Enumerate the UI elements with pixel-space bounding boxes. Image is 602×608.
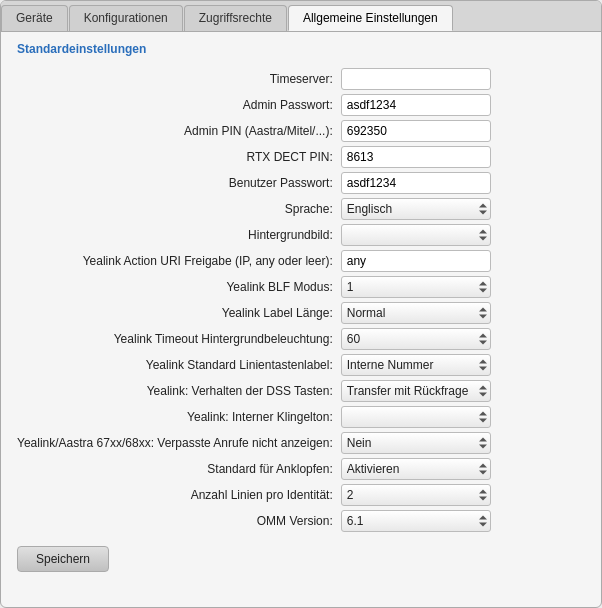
form-row-rtx_dect_pin: RTX DECT PIN: [17, 144, 585, 170]
tab-konfigurationen[interactable]: Konfigurationen [69, 5, 183, 31]
select-yealink_linientastenlabel[interactable]: Interne NummerName [341, 354, 491, 376]
form-row-yealink_verpasste_anrufe: Yealink/Aastra 67xx/68xx: Verpasste Anru… [17, 430, 585, 456]
tab-allgemeine[interactable]: Allgemeine Einstellungen [288, 5, 453, 31]
form-row-yealink_label_laenge: Yealink Label Länge:NormalKurzLang [17, 300, 585, 326]
label-benutzer_passwort: Benutzer Passwort: [17, 170, 341, 196]
label-anklopfen: Standard für Anklopfen: [17, 456, 341, 482]
select-wrapper-sprache: EnglischDeutschFranzösisch [341, 198, 491, 220]
label-admin_pin: Admin PIN (Aastra/Mitel/...): [17, 118, 341, 144]
field-yealink_label_laenge: NormalKurzLang [341, 300, 585, 326]
select-yealink_dss_tasten[interactable]: Transfer mit RückfrageDirekttransfer [341, 380, 491, 402]
form-row-sprache: Sprache:EnglischDeutschFranzösisch [17, 196, 585, 222]
form-row-yealink_blf_modus: Yealink BLF Modus:123 [17, 274, 585, 300]
field-admin_pin [341, 118, 585, 144]
select-anzahl_linien[interactable]: 1234 [341, 484, 491, 506]
select-wrapper-yealink_blf_modus: 123 [341, 276, 491, 298]
input-rtx_dect_pin[interactable] [341, 146, 491, 168]
save-button[interactable]: Speichern [17, 546, 109, 572]
input-timeserver[interactable] [341, 68, 491, 90]
field-anzahl_linien: 1234 [341, 482, 585, 508]
label-yealink_dss_tasten: Yealink: Verhalten der DSS Tasten: [17, 378, 341, 404]
form-row-timeserver: Timeserver: [17, 66, 585, 92]
select-hintergrundbild[interactable] [341, 224, 491, 246]
label-admin_passwort: Admin Passwort: [17, 92, 341, 118]
form-row-yealink_klingelton: Yealink: Interner Klingelton: [17, 404, 585, 430]
select-wrapper-yealink_linientastenlabel: Interne NummerName [341, 354, 491, 376]
field-benutzer_passwort [341, 170, 585, 196]
form-row-yealink_linientastenlabel: Yealink Standard Linientastenlabel:Inter… [17, 352, 585, 378]
field-yealink_blf_modus: 123 [341, 274, 585, 300]
form-row-benutzer_passwort: Benutzer Passwort: [17, 170, 585, 196]
field-yealink_dss_tasten: Transfer mit RückfrageDirekttransfer [341, 378, 585, 404]
form-row-admin_pin: Admin PIN (Aastra/Mitel/...): [17, 118, 585, 144]
form-row-yealink_timeout: Yealink Timeout Hintergrundbeleuchtung:3… [17, 326, 585, 352]
field-yealink_verpasste_anrufe: NeinJa [341, 430, 585, 456]
form-row-admin_passwort: Admin Passwort: [17, 92, 585, 118]
select-wrapper-anklopfen: AktivierenDeaktivieren [341, 458, 491, 480]
select-yealink_label_laenge[interactable]: NormalKurzLang [341, 302, 491, 324]
select-wrapper-yealink_label_laenge: NormalKurzLang [341, 302, 491, 324]
form-row-yealink_action_uri: Yealink Action URI Freigabe (IP, any ode… [17, 248, 585, 274]
select-yealink_blf_modus[interactable]: 123 [341, 276, 491, 298]
label-yealink_blf_modus: Yealink BLF Modus: [17, 274, 341, 300]
label-omm_version: OMM Version: [17, 508, 341, 534]
label-timeserver: Timeserver: [17, 66, 341, 92]
tab-geraete[interactable]: Geräte [1, 5, 68, 31]
section-title: Standardeinstellungen [17, 42, 585, 56]
field-sprache: EnglischDeutschFranzösisch [341, 196, 585, 222]
label-yealink_linientastenlabel: Yealink Standard Linientastenlabel: [17, 352, 341, 378]
field-admin_passwort [341, 92, 585, 118]
field-rtx_dect_pin [341, 144, 585, 170]
tab-zugriffsrechte[interactable]: Zugriffsrechte [184, 5, 287, 31]
select-wrapper-yealink_timeout: 3060120 [341, 328, 491, 350]
field-anklopfen: AktivierenDeaktivieren [341, 456, 585, 482]
field-yealink_action_uri [341, 248, 585, 274]
form-row-anzahl_linien: Anzahl Linien pro Identität:1234 [17, 482, 585, 508]
label-yealink_label_laenge: Yealink Label Länge: [17, 300, 341, 326]
label-anzahl_linien: Anzahl Linien pro Identität: [17, 482, 341, 508]
field-hintergrundbild [341, 222, 585, 248]
select-wrapper-anzahl_linien: 1234 [341, 484, 491, 506]
select-wrapper-omm_version: 6.16.05.9 [341, 510, 491, 532]
main-window: GeräteKonfigurationenZugriffsrechteAllge… [0, 0, 602, 608]
input-admin_passwort[interactable] [341, 94, 491, 116]
field-yealink_linientastenlabel: Interne NummerName [341, 352, 585, 378]
label-yealink_action_uri: Yealink Action URI Freigabe (IP, any ode… [17, 248, 341, 274]
field-omm_version: 6.16.05.9 [341, 508, 585, 534]
label-yealink_timeout: Yealink Timeout Hintergrundbeleuchtung: [17, 326, 341, 352]
select-omm_version[interactable]: 6.16.05.9 [341, 510, 491, 532]
form-row-hintergrundbild: Hintergrundbild: [17, 222, 585, 248]
select-wrapper-hintergrundbild [341, 224, 491, 246]
tab-bar: GeräteKonfigurationenZugriffsrechteAllge… [1, 1, 601, 32]
label-rtx_dect_pin: RTX DECT PIN: [17, 144, 341, 170]
input-yealink_action_uri[interactable] [341, 250, 491, 272]
form-row-anklopfen: Standard für Anklopfen:AktivierenDeaktiv… [17, 456, 585, 482]
input-benutzer_passwort[interactable] [341, 172, 491, 194]
content-area: Standardeinstellungen Timeserver:Admin P… [1, 32, 601, 588]
select-wrapper-yealink_klingelton [341, 406, 491, 428]
select-yealink_timeout[interactable]: 3060120 [341, 328, 491, 350]
input-admin_pin[interactable] [341, 120, 491, 142]
select-yealink_verpasste_anrufe[interactable]: NeinJa [341, 432, 491, 454]
field-yealink_timeout: 3060120 [341, 326, 585, 352]
field-yealink_klingelton [341, 404, 585, 430]
select-yealink_klingelton[interactable] [341, 406, 491, 428]
label-yealink_verpasste_anrufe: Yealink/Aastra 67xx/68xx: Verpasste Anru… [17, 430, 341, 456]
form-row-yealink_dss_tasten: Yealink: Verhalten der DSS Tasten:Transf… [17, 378, 585, 404]
field-timeserver [341, 66, 585, 92]
label-hintergrundbild: Hintergrundbild: [17, 222, 341, 248]
select-wrapper-yealink_verpasste_anrufe: NeinJa [341, 432, 491, 454]
label-sprache: Sprache: [17, 196, 341, 222]
form-row-omm_version: OMM Version:6.16.05.9 [17, 508, 585, 534]
form-table: Timeserver:Admin Passwort:Admin PIN (Aas… [17, 66, 585, 534]
select-wrapper-yealink_dss_tasten: Transfer mit RückfrageDirekttransfer [341, 380, 491, 402]
select-anklopfen[interactable]: AktivierenDeaktivieren [341, 458, 491, 480]
select-sprache[interactable]: EnglischDeutschFranzösisch [341, 198, 491, 220]
label-yealink_klingelton: Yealink: Interner Klingelton: [17, 404, 341, 430]
